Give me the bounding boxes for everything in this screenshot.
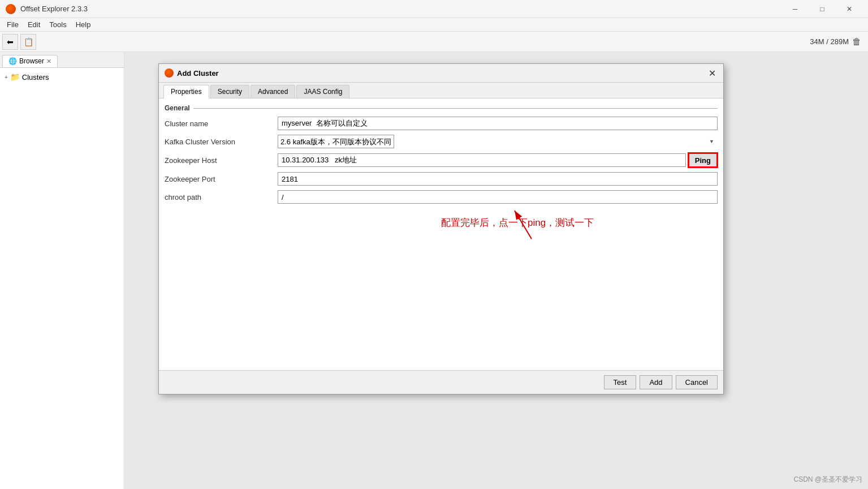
dialog-tabs: Properties Security Advanced JAAS Config [159, 83, 723, 98]
dialog-title-text: Add Cluster [177, 69, 219, 78]
dialog-footer: Test Add Cancel [159, 370, 723, 394]
chroot-path-row: chroot path [165, 190, 718, 204]
kafka-version-select[interactable]: 2.6 kafka版本，不同版本协议不同 [278, 135, 394, 148]
content-area: Add Cluster ✕ Properties Security Advanc… [124, 52, 868, 489]
kafka-version-label: Kafka Cluster Version [165, 138, 278, 146]
zookeeper-port-row: Zookeeper Port [165, 172, 718, 186]
browser-tab-label: Browser [19, 57, 44, 65]
cluster-name-input[interactable] [278, 117, 718, 130]
tab-advanced[interactable]: Advanced [251, 85, 295, 98]
title-bar: Offset Explorer 2.3.3 ─ □ ✕ [0, 0, 868, 18]
ping-button[interactable]: Ping [688, 153, 718, 168]
menu-edit[interactable]: Edit [23, 19, 45, 30]
toolbar-btn-1[interactable]: ⬅ [2, 34, 18, 50]
menu-tools[interactable]: Tools [45, 19, 71, 30]
clusters-label: Clusters [22, 73, 49, 82]
kafka-version-select-wrapper: 2.6 kafka版本，不同版本协议不同 [278, 135, 718, 148]
title-bar-controls: ─ □ ✕ [782, 0, 862, 18]
clusters-tree-item[interactable]: + 📁 Clusters [2, 71, 122, 83]
kafka-version-row: Kafka Cluster Version 2.6 kafka版本，不同版本协议… [165, 135, 718, 148]
zookeeper-host-row: Zookeeper Host Ping [165, 153, 718, 168]
toolbar-right: 34M / 289M 🗑 [810, 37, 866, 47]
zookeeper-port-input[interactable] [278, 172, 718, 186]
tab-properties[interactable]: Properties [163, 85, 209, 98]
watermark: CSDN @圣圣不爱学习 [793, 475, 862, 484]
general-label: General [165, 104, 190, 112]
browser-tab-icon: 🌐 [8, 57, 17, 65]
memory-info: 34M / 289M [810, 37, 849, 46]
close-button[interactable]: ✕ [836, 0, 862, 18]
menu-file[interactable]: File [2, 19, 23, 30]
expand-icon: + [5, 74, 8, 80]
cluster-name-row: Cluster name [165, 117, 718, 130]
restore-button[interactable]: □ [809, 0, 835, 18]
minimize-button[interactable]: ─ [782, 0, 808, 18]
folder-icon: 📁 [10, 72, 20, 82]
sidebar: 🌐 Browser ✕ + 📁 Clusters [0, 52, 124, 489]
browser-tab[interactable]: 🌐 Browser ✕ [2, 55, 58, 67]
browser-tab-close[interactable]: ✕ [46, 58, 51, 65]
dialog-titlebar: Add Cluster ✕ [159, 64, 723, 83]
tab-security[interactable]: Security [210, 85, 249, 98]
menu-help[interactable]: Help [71, 19, 96, 30]
toolbar-btn-2[interactable]: 📋 [20, 34, 36, 50]
dialog-title-left: Add Cluster [165, 68, 219, 78]
section-line [193, 108, 718, 109]
test-button[interactable]: Test [604, 375, 637, 389]
sidebar-content: + 📁 Clusters [0, 68, 124, 86]
zookeeper-host-input[interactable] [278, 153, 686, 167]
general-section-title: General [165, 104, 718, 112]
app-icon [6, 4, 16, 14]
main-area: 🌐 Browser ✕ + 📁 Clusters Add Cluster ✕ [0, 52, 868, 489]
zookeeper-port-label: Zookeeper Port [165, 175, 278, 183]
toolbar-left: ⬅ 📋 [2, 34, 36, 50]
chroot-path-label: chroot path [165, 193, 278, 201]
trash-icon[interactable]: 🗑 [852, 37, 861, 47]
toolbar: ⬅ 📋 34M / 289M 🗑 [0, 32, 868, 52]
dialog-body: General Cluster name Kafka Cluster Versi… [159, 98, 723, 370]
cluster-name-label: Cluster name [165, 119, 278, 128]
app-title: Offset Explorer 2.3.3 [20, 5, 88, 13]
title-bar-left: Offset Explorer 2.3.3 [6, 4, 88, 14]
sidebar-tab-bar: 🌐 Browser ✕ [0, 52, 124, 68]
chroot-path-input[interactable] [278, 190, 718, 204]
tab-jaas-config[interactable]: JAAS Config [296, 85, 349, 98]
dialog-title-icon [165, 68, 174, 78]
host-row: Ping [278, 153, 718, 168]
menu-bar: File Edit Tools Help [0, 18, 868, 32]
add-button[interactable]: Add [640, 375, 672, 389]
cancel-button[interactable]: Cancel [676, 375, 718, 389]
add-cluster-dialog: Add Cluster ✕ Properties Security Advanc… [158, 63, 724, 394]
zookeeper-host-label: Zookeeper Host [165, 156, 278, 165]
dialog-close-button[interactable]: ✕ [706, 67, 718, 79]
